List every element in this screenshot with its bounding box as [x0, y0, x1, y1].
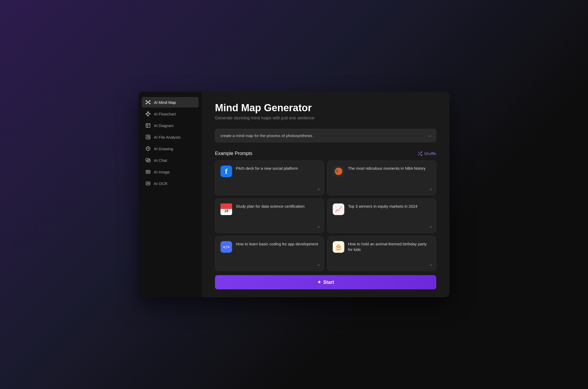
prompt-icon-facebook: f — [220, 166, 232, 177]
sidebar-item-label: AI Diagram — [154, 123, 174, 128]
prompt-card-plus-icon: + — [317, 187, 320, 192]
prompt-card-birthday[interactable]: 🎂 How to hold an animal-themed birthday … — [327, 236, 436, 271]
search-input[interactable] — [215, 129, 436, 142]
svg-point-2 — [149, 100, 150, 101]
prompt-card-content: f Pitch deck for a new social platform — [220, 166, 318, 177]
prompt-card-plus-icon: + — [317, 263, 320, 268]
svg-line-15 — [148, 113, 150, 114]
prompt-card-nba[interactable]: 🏀 The most ridiculous moments in NBA his… — [327, 161, 436, 195]
svg-line-6 — [149, 101, 149, 102]
prompt-card-plus-icon: + — [429, 263, 432, 268]
prompt-icon-calendar: 18 — [220, 203, 232, 215]
sidebar-item-ai-file-analysis[interactable]: AI File Analysis — [142, 132, 199, 142]
prompt-icon-code: </> — [220, 241, 232, 253]
sidebar-item-ai-image[interactable]: AI Image — [142, 167, 199, 177]
sidebar-item-label: AI Drawing — [154, 147, 173, 151]
svg-rect-18 — [146, 124, 150, 128]
prompt-icon-basketball: 🏀 — [333, 166, 344, 177]
svg-line-17 — [146, 115, 148, 115]
ai-ocr-icon — [145, 181, 151, 186]
sidebar-item-ai-flowchart[interactable]: AI Flowchart — [142, 109, 199, 119]
app-window: AI Mind Map AI Flowchart — [139, 92, 449, 297]
prompts-grid: f Pitch deck for a new social platform +… — [215, 161, 436, 271]
start-button-label: Start — [323, 280, 334, 285]
prompt-card-content: 18 Study plan for data science certifica… — [220, 203, 318, 215]
prompt-card-text: Top 3 winners in equity markets in 2024 — [348, 203, 431, 209]
svg-line-5 — [147, 101, 148, 102]
search-arrow-icon[interactable]: → — [427, 133, 432, 139]
sidebar-item-ai-drawing[interactable]: AI Drawing — [142, 143, 199, 154]
sidebar-item-label: AI File Analysis — [154, 135, 181, 139]
svg-point-1 — [146, 100, 147, 101]
sidebar-item-label: AI Image — [154, 170, 170, 174]
start-button[interactable]: ✦ Start — [215, 275, 436, 289]
sidebar-item-label: AI Chat — [154, 158, 167, 163]
svg-point-25 — [147, 171, 148, 172]
svg-rect-12 — [148, 115, 149, 116]
shuffle-button[interactable]: Shuffle — [417, 151, 436, 156]
prompt-card-text: Pitch deck for a new social platform — [236, 166, 318, 171]
prompts-section-title: Example Prompts — [215, 151, 252, 156]
svg-line-14 — [146, 113, 148, 114]
ai-flowchart-icon — [145, 111, 151, 116]
prompt-card-text: How to learn basic coding for app develo… — [236, 241, 318, 247]
prompt-card-content: 📈 Top 3 winners in equity markets in 202… — [333, 203, 431, 215]
sidebar: AI Mind Map AI Flowchart — [139, 92, 202, 297]
shuffle-icon — [417, 151, 423, 156]
svg-line-7 — [147, 103, 148, 103]
prompt-card-content: 🎂 How to hold an animal-themed birthday … — [333, 241, 431, 253]
prompt-card-text: The most ridiculous moments in NBA histo… — [348, 166, 431, 171]
shuffle-label: Shuffle — [424, 151, 436, 156]
ai-file-analysis-icon — [145, 134, 151, 140]
sidebar-item-label: AI Mind Map — [154, 100, 176, 105]
page-title: Mind Map Generator — [215, 102, 436, 114]
prompt-card-content: 🏀 The most ridiculous moments in NBA his… — [333, 166, 431, 177]
sidebar-item-ai-ocr[interactable]: AI OCR — [142, 178, 199, 189]
svg-line-8 — [149, 103, 149, 103]
sidebar-item-label: AI Flowchart — [154, 112, 176, 116]
prompt-icon-chart: 📈 — [333, 203, 344, 215]
svg-point-3 — [146, 103, 147, 104]
prompt-card-pitch-deck[interactable]: f Pitch deck for a new social platform + — [215, 161, 324, 195]
prompts-header: Example Prompts Shuffle — [215, 151, 436, 156]
ai-image-icon — [145, 169, 151, 174]
svg-point-20 — [149, 137, 149, 138]
svg-rect-9 — [148, 112, 149, 113]
page-subtitle: Generate stunning mind maps with just on… — [215, 116, 436, 120]
sidebar-item-ai-diagram[interactable]: AI Diagram — [142, 120, 199, 131]
prompt-card-text: How to hold an animal-themed birthday pa… — [348, 241, 431, 252]
prompt-card-plus-icon: + — [317, 225, 320, 230]
sidebar-item-ai-chat[interactable]: AI Chat — [142, 155, 199, 166]
ai-drawing-icon — [145, 146, 151, 151]
svg-rect-11 — [149, 113, 150, 114]
prompt-card-study-plan[interactable]: 18 Study plan for data science certifica… — [215, 198, 324, 233]
prompt-card-coding[interactable]: </> How to learn basic coding for app de… — [215, 236, 324, 271]
ai-diagram-icon — [145, 123, 151, 128]
ai-mind-map-icon — [145, 100, 151, 105]
search-container: → — [215, 129, 436, 142]
prompt-card-plus-icon: + — [429, 187, 432, 192]
prompt-card-plus-icon: + — [429, 225, 432, 230]
prompt-card-text: Study plan for data science certificatio… — [236, 203, 318, 209]
sidebar-item-label: AI OCR — [154, 181, 168, 186]
prompt-icon-cake: 🎂 — [333, 241, 344, 253]
prompt-card-equity[interactable]: 📈 Top 3 winners in equity markets in 202… — [327, 198, 436, 233]
main-content: Mind Map Generator Generate stunning min… — [202, 92, 449, 297]
sidebar-item-ai-mind-map[interactable]: AI Mind Map — [142, 97, 199, 108]
svg-rect-10 — [146, 113, 147, 114]
sparkle-icon: ✦ — [317, 279, 321, 285]
prompt-card-content: </> How to learn basic coding for app de… — [220, 241, 318, 253]
svg-rect-19 — [146, 135, 150, 139]
svg-point-4 — [149, 103, 150, 104]
ai-chat-icon — [145, 158, 151, 163]
